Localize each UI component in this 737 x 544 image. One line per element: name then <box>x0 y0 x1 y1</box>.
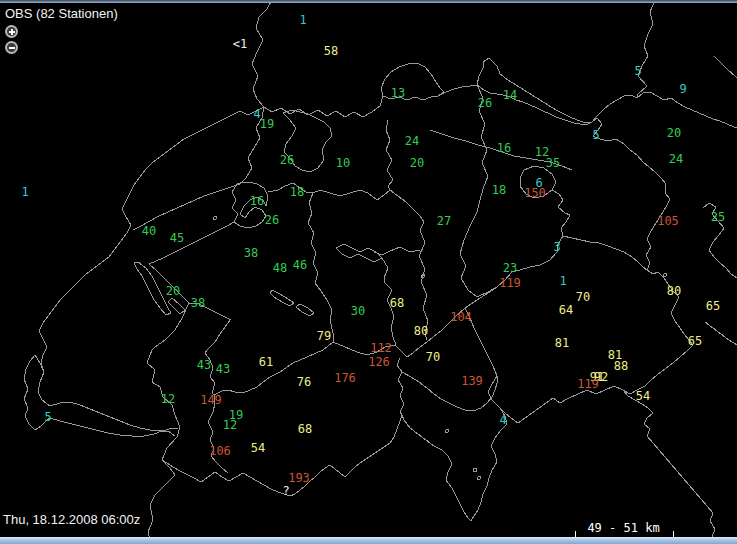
station-value: 45 <box>170 232 184 244</box>
station-value: 20 <box>667 127 681 139</box>
station-value: 79 <box>317 330 331 342</box>
weather-map-window: { "header": {"title": "OBS (82 Stationen… <box>0 0 737 544</box>
station-value: 20 <box>166 285 180 297</box>
station-value: 149 <box>200 394 222 406</box>
zoom-in-button[interactable] <box>5 25 18 38</box>
station-value: 65 <box>688 335 702 347</box>
station-value: 105 <box>657 215 679 227</box>
minus-icon <box>9 47 15 49</box>
station-value: 35 <box>546 157 560 169</box>
scale-label: 49 - 51 km <box>575 521 672 535</box>
station-value: ? <box>282 485 289 497</box>
small-lake <box>446 430 449 433</box>
station-value: 38 <box>244 247 258 259</box>
station-value: 19 <box>260 118 274 130</box>
station-value: 43 <box>197 359 211 371</box>
station-value: 106 <box>209 445 231 457</box>
border-line <box>39 107 264 372</box>
station-value: 70 <box>426 351 440 363</box>
station-value: 58 <box>324 45 338 57</box>
small-lake <box>478 477 481 480</box>
station-value: 176 <box>334 372 356 384</box>
border-line <box>149 264 189 350</box>
border-line <box>397 358 471 521</box>
station-value: 43 <box>216 363 230 375</box>
border-line <box>471 376 507 521</box>
station-value: 20 <box>410 157 424 169</box>
border-line <box>592 118 670 270</box>
taskbar-edge <box>0 537 737 544</box>
station-value: 193 <box>288 472 310 484</box>
station-value: 5 <box>634 65 641 77</box>
station-value: 26 <box>478 97 492 109</box>
station-value: 4 <box>499 414 506 426</box>
station-value: 3 <box>553 241 560 253</box>
station-value: 64 <box>559 304 573 316</box>
border-line <box>252 0 272 107</box>
plus-icon <box>11 29 13 35</box>
border-line <box>390 190 428 340</box>
station-value: 5 <box>592 129 599 141</box>
border-line <box>563 236 647 270</box>
station-value: 54 <box>251 442 265 454</box>
station-value: 1 <box>21 186 28 198</box>
border-line <box>308 193 333 342</box>
station-value: 23 <box>503 262 517 274</box>
station-value: 88 <box>614 360 628 372</box>
border-line <box>205 319 231 395</box>
map-canvas[interactable] <box>0 0 737 544</box>
station-value: 12 <box>161 393 175 405</box>
border-line <box>264 96 383 117</box>
station-value: <1 <box>233 38 247 50</box>
status-datetime: Thu, 18.12.2008 06:00z <box>3 512 140 527</box>
station-value: 65 <box>706 300 720 312</box>
station-value: 48 <box>273 262 287 274</box>
station-value: 9 <box>679 83 686 95</box>
station-value: 76 <box>297 376 311 388</box>
border-line <box>336 244 382 262</box>
station-value: 24 <box>669 153 683 165</box>
station-value: 61 <box>259 356 273 368</box>
station-value: 30 <box>351 305 365 317</box>
border-line <box>270 290 294 306</box>
window-top-edge <box>0 0 737 3</box>
station-value: 4 <box>253 108 260 120</box>
station-value: 16 <box>497 142 511 154</box>
small-lake <box>214 217 217 220</box>
border-line <box>50 402 178 431</box>
station-value: 10 <box>336 157 350 169</box>
station-value: 70 <box>576 291 590 303</box>
station-value: 150 <box>524 187 546 199</box>
station-value: 1 <box>559 275 566 287</box>
station-value: 81 <box>555 337 569 349</box>
border-line <box>149 222 234 264</box>
station-value: 16 <box>250 195 264 207</box>
small-lake <box>664 274 667 277</box>
station-value: 54 <box>636 390 650 402</box>
station-value: 80 <box>414 325 428 337</box>
station-value: 112 <box>370 342 392 354</box>
border-line <box>637 0 655 98</box>
station-value: 119 <box>499 277 521 289</box>
border-line <box>512 190 570 272</box>
zoom-out-button[interactable] <box>5 41 18 54</box>
station-value: 126 <box>368 356 390 368</box>
border-line <box>592 92 737 128</box>
station-value: 104 <box>450 311 472 323</box>
station-value: 38 <box>191 297 205 309</box>
station-value: 80 <box>667 285 681 297</box>
station-value: 18 <box>492 184 506 196</box>
station-value: 26 <box>280 154 294 166</box>
border-line <box>477 58 592 123</box>
border-line <box>268 183 390 200</box>
station-value: 68 <box>390 297 404 309</box>
station-value: 119 <box>577 378 599 390</box>
border-line <box>296 304 314 316</box>
border-line <box>714 56 737 78</box>
station-value: 1 <box>299 14 306 26</box>
station-value: 46 <box>293 259 307 271</box>
border-line <box>460 212 497 297</box>
station-value: 13 <box>391 87 405 99</box>
small-lake <box>473 468 477 472</box>
station-value: 68 <box>298 423 312 435</box>
